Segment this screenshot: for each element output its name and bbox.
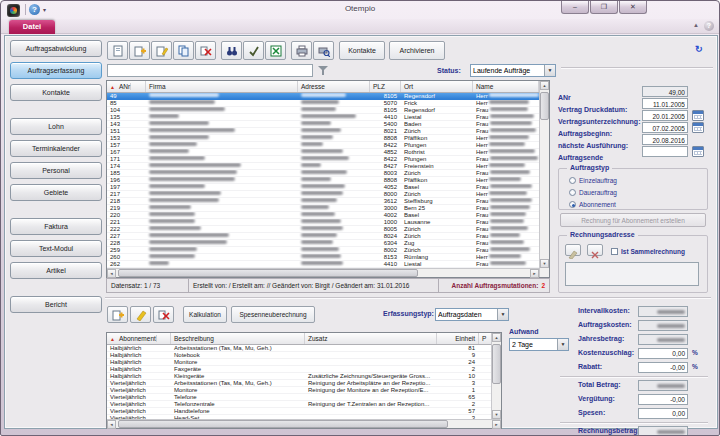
copy-record-button[interactable] — [173, 41, 194, 60]
delete-position-button[interactable] — [153, 306, 174, 323]
radio-abonnement[interactable]: Abonnement — [569, 200, 616, 209]
maximize-button[interactable]: ❐ — [590, 1, 618, 14]
table-row[interactable]: 1048105RegensdorfFrau — [107, 107, 539, 114]
scroll-thumb[interactable] — [118, 420, 448, 428]
table-row[interactable]: 1538808PfäffikonHerr — [107, 135, 539, 142]
orders-header[interactable]: ▲ANr Firma Adresse PLZ Ort Name — [107, 81, 539, 93]
table-row[interactable]: 2204002BaselFrau — [107, 212, 539, 219]
totals-field[interactable]: -0,00 — [638, 362, 688, 373]
table-row[interactable]: 1748427FreiensteinHerr — [107, 163, 539, 170]
scroll-down-icon[interactable]: ▼ — [540, 259, 549, 268]
table-row[interactable]: VierteljährlichTelefonzentraleReinigung … — [107, 401, 491, 408]
edit-record-button[interactable] — [151, 41, 172, 60]
sidebar-item-auftragsabwicklung[interactable]: Auftragsabwicklung — [10, 40, 102, 57]
excel-export-button[interactable] — [265, 41, 286, 60]
kontakte-button[interactable]: Kontakte — [339, 41, 385, 60]
table-row[interactable]: 1968808PfäffikonHerr — [107, 177, 539, 184]
status-dropdown[interactable]: Laufende Aufträge ▼ — [470, 64, 556, 77]
table-row[interactable]: HalbjährlichNotebook9 — [107, 352, 491, 359]
table-row[interactable]: 1435400BadenFrau — [107, 121, 539, 128]
filter-funnel-icon[interactable] — [318, 66, 328, 76]
totals-field[interactable] — [638, 334, 688, 345]
kalkulation-button[interactable]: Kalkulation — [183, 306, 227, 323]
table-row[interactable]: VierteljährlichTelefone65 — [107, 394, 491, 401]
table-row[interactable]: 1578422PfungenHerr — [107, 142, 539, 149]
search-button[interactable] — [221, 41, 242, 60]
sidebar-item-terminkalender[interactable]: Terminkalender — [10, 140, 102, 157]
totals-field[interactable]: 0,00 — [638, 408, 688, 419]
search-input[interactable] — [107, 64, 313, 77]
sidebar-item-gebiete[interactable]: Gebiete — [10, 184, 102, 201]
totals-field[interactable]: -0,00 — [638, 394, 688, 405]
scroll-up-icon[interactable]: ▲ — [492, 333, 501, 342]
sidebar-item-lohn[interactable]: Lohn — [10, 118, 102, 135]
table-row[interactable]: 2193000Bern 25Frau — [107, 205, 539, 212]
table-row[interactable]: 2598002ZürichFrau — [107, 247, 539, 254]
table-row[interactable]: HalbjährlichFaxgeräte2 — [107, 366, 491, 373]
table-row[interactable]: 1974052BaselFrau — [107, 184, 539, 191]
sidebar-item-auftragserfassung[interactable]: Auftragserfassung — [10, 62, 102, 79]
add-position-button[interactable] — [107, 306, 128, 323]
scroll-right-icon[interactable]: ► — [530, 269, 539, 278]
sammelrechnung-checkbox[interactable]: Ist Sammelrechnung — [611, 248, 685, 255]
auftragsende-field[interactable] — [642, 146, 688, 157]
table-row[interactable]: 2211000LausanneFrau — [107, 219, 539, 226]
sidebar-item-personal[interactable]: Personal — [10, 162, 102, 179]
add-record-button[interactable] — [129, 41, 150, 60]
radio-dauerauftrag[interactable]: Dauerauftrag — [569, 188, 617, 197]
table-row[interactable]: 2286304ZugFrau — [107, 240, 539, 247]
scroll-left-icon[interactable]: ◄ — [107, 420, 116, 429]
scroll-down-icon[interactable]: ▼ — [492, 410, 501, 419]
confirm-button[interactable] — [243, 41, 264, 60]
table-row[interactable]: HalbjährlichKleingeräteZusätzliche Zeich… — [107, 373, 491, 380]
positions-header[interactable]: ▲Abonnement Beschreibung Zusatz Einheit … — [107, 333, 491, 345]
calendar-icon[interactable] — [692, 122, 704, 133]
new-record-button[interactable] — [107, 41, 128, 60]
edit-address-button[interactable] — [565, 244, 581, 256]
totals-field[interactable]: 0,00 — [638, 348, 688, 359]
scroll-up-icon[interactable]: ▲ — [540, 81, 549, 90]
print-preview-button[interactable] — [313, 41, 334, 60]
close-button[interactable]: ✕ — [619, 1, 647, 14]
invoice-address-box[interactable] — [565, 262, 699, 286]
table-row[interactable]: 2608153RümlangHerr — [107, 254, 539, 261]
scroll-left-icon[interactable]: ◄ — [107, 269, 116, 278]
radio-einzelauftrag[interactable]: Einzelauftrag — [569, 176, 617, 185]
delete-address-button[interactable] — [587, 244, 603, 256]
positions-vscrollbar[interactable]: ▲ ▼ — [491, 333, 501, 419]
table-row[interactable]: 2228005ZürichFrau — [107, 226, 539, 233]
table-row[interactable]: VierteljährlichMonitoreReinigung der Mon… — [107, 387, 491, 394]
ribbon-minimize-icon[interactable]: ▲ — [693, 22, 699, 28]
unterzeichnung-field[interactable] — [642, 110, 688, 121]
sidebar-item-artikel[interactable]: Artikel — [10, 262, 102, 279]
scroll-thumb[interactable] — [540, 92, 549, 120]
table-row[interactable]: 2183612SteffisburgFrau — [107, 198, 539, 205]
delete-record-button[interactable] — [195, 41, 216, 60]
print-button[interactable] — [291, 41, 312, 60]
sidebar-item-bericht[interactable]: Bericht — [10, 296, 102, 313]
scroll-thumb[interactable] — [118, 269, 418, 277]
create-invoice-button[interactable]: Rechnung für Abonnement erstellen — [560, 213, 706, 227]
refresh-icon[interactable]: ↻ — [695, 44, 703, 54]
sidebar-item-kontakte[interactable]: Kontakte — [10, 84, 102, 101]
file-tab[interactable]: Datei — [9, 20, 55, 34]
archivieren-button[interactable]: Archivieren — [389, 41, 445, 60]
table-row[interactable]: 2278024ZürichFrau — [107, 233, 539, 240]
naechste-ausfuehrung-field[interactable] — [642, 134, 688, 145]
anr-field[interactable] — [642, 86, 688, 97]
table-row[interactable]: 498105RegensdorfHerr — [107, 93, 539, 100]
table-row[interactable]: VierteljährlichHandtelefone57 — [107, 408, 491, 415]
table-row[interactable]: 1354410LiestalFrau — [107, 114, 539, 121]
orders-hscrollbar[interactable]: ◄ ► — [107, 268, 539, 277]
table-row[interactable]: 2624410LiestalFrau — [107, 261, 539, 268]
calendar-icon[interactable] — [692, 146, 704, 157]
orders-vscrollbar[interactable]: ▲ ▼ — [539, 81, 549, 277]
scroll-right-icon[interactable]: ► — [492, 420, 501, 429]
totals-field[interactable] — [638, 320, 688, 331]
sidebar-item-text-modul[interactable]: Text-Modul — [10, 240, 102, 257]
table-row[interactable]: VierteljährlichArbeitsstationen (Tas, Ma… — [107, 380, 491, 387]
totals-field[interactable] — [638, 380, 688, 391]
table-row[interactable]: 855070FrickHerr — [107, 100, 539, 107]
totals-field[interactable] — [638, 426, 688, 436]
ribbon-help-icon[interactable]: ? — [704, 21, 714, 31]
